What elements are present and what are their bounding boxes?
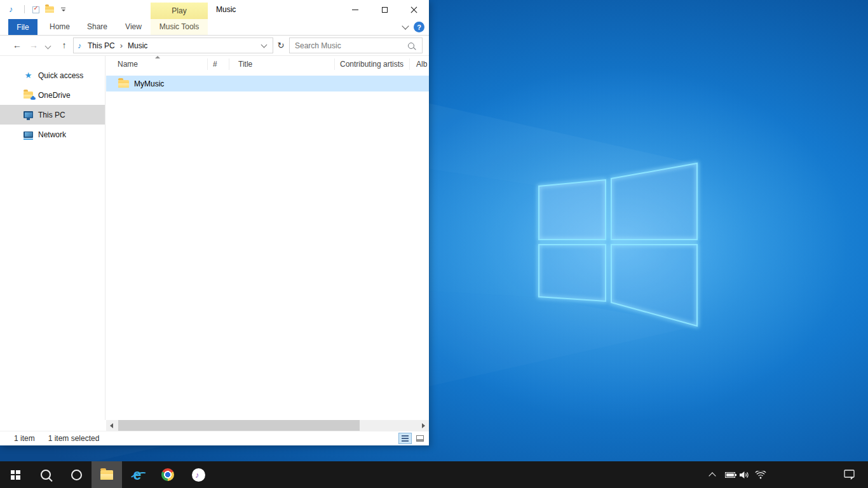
music-note-icon: ♪ <box>195 470 200 480</box>
window-title: Music <box>216 0 236 19</box>
status-bar: 1 item 1 item selected <box>0 431 429 445</box>
window-controls <box>341 0 428 19</box>
volume-tray-icon[interactable] <box>736 461 752 488</box>
sidebar-item-quick-access[interactable]: ★ Quick access <box>0 65 105 85</box>
search-icon <box>41 470 51 480</box>
show-hidden-icons-button[interactable] <box>704 461 721 488</box>
recent-locations-chevron-icon[interactable] <box>45 43 51 50</box>
minimize-button[interactable] <box>341 0 370 19</box>
screen: ♪ ✓ Play Music File Home Share V <box>0 0 868 488</box>
taskbar-chrome-button[interactable] <box>153 461 183 488</box>
this-pc-monitor-icon <box>24 111 33 118</box>
tab-file[interactable]: File <box>8 19 37 35</box>
cortana-circle-icon <box>71 470 82 480</box>
file-explorer-window: ♪ ✓ Play Music File Home Share V <box>0 0 429 445</box>
network-icon <box>24 132 33 138</box>
breadcrumb-chevron-icon[interactable]: › <box>117 41 126 50</box>
refresh-button[interactable]: ↻ <box>275 37 287 53</box>
maximize-button[interactable] <box>370 0 399 19</box>
properties-check-icon: ✓ <box>32 6 39 13</box>
taskbar-file-explorer-button[interactable] <box>92 461 122 488</box>
address-dropdown-chevron-icon[interactable] <box>261 41 268 48</box>
column-header-number[interactable]: # <box>208 58 229 70</box>
expand-ribbon-chevron-icon[interactable] <box>402 22 409 29</box>
minimize-icon <box>352 10 358 10</box>
windows-start-icon <box>11 470 20 480</box>
tab-share[interactable]: Share <box>79 19 116 35</box>
triangle-left-icon <box>110 423 113 428</box>
sidebar-item-label: Quick access <box>38 71 83 80</box>
breadcrumb-this-pc[interactable]: This PC <box>86 41 117 50</box>
taskbar-search-button[interactable] <box>31 461 61 488</box>
maximize-icon <box>382 7 388 13</box>
chevron-up-icon <box>709 472 715 479</box>
battery-icon <box>725 472 735 478</box>
start-button[interactable] <box>0 461 31 488</box>
file-rows: MyMusic <box>106 72 429 92</box>
breadcrumb-music[interactable]: Music <box>126 41 149 50</box>
qat-new-folder-button[interactable] <box>44 5 55 14</box>
speaker-icon <box>739 471 749 479</box>
sidebar-item-this-pc[interactable]: This PC <box>0 105 105 125</box>
scroll-right-button[interactable] <box>418 420 429 431</box>
navigation-pane: ★ Quick access OneDrive This PC Network <box>0 56 105 420</box>
close-button[interactable] <box>399 0 428 19</box>
qat-properties-button[interactable]: ✓ <box>31 5 41 14</box>
action-center-button[interactable] <box>836 461 863 488</box>
explorer-main: ★ Quick access OneDrive This PC Network <box>0 56 429 420</box>
column-header-album[interactable]: Alb <box>410 58 429 70</box>
quick-access-star-icon: ★ <box>25 71 32 79</box>
address-bar[interactable]: ♪ This PC › Music <box>73 37 273 53</box>
address-music-note-icon: ♪ <box>78 41 81 50</box>
triangle-right-icon <box>422 423 425 428</box>
taskbar: e ♪ <box>0 461 868 488</box>
contextual-tab-play[interactable]: Play <box>151 3 208 19</box>
search-icon <box>408 43 414 49</box>
search-input[interactable] <box>290 41 408 50</box>
search-box[interactable] <box>289 37 423 53</box>
action-center-icon <box>844 470 855 480</box>
tab-home[interactable]: Home <box>42 19 78 35</box>
cortana-button[interactable] <box>61 461 92 488</box>
back-button[interactable]: ← <box>10 36 24 55</box>
network-tray-icon[interactable] <box>752 461 769 488</box>
file-row-mymusic[interactable]: MyMusic <box>106 76 429 92</box>
internet-explorer-icon: e <box>133 468 142 482</box>
column-header-name[interactable]: Name <box>106 58 208 70</box>
folder-icon <box>118 80 129 88</box>
item-count: 1 item <box>14 434 35 443</box>
scrollbar-thumb[interactable] <box>118 420 360 431</box>
file-list-pane: Name # Title Contributing artists Alb My… <box>106 56 429 420</box>
file-name: MyMusic <box>134 79 164 88</box>
titlebar[interactable]: ♪ ✓ Play Music <box>0 0 429 19</box>
taskbar-itunes-button[interactable]: ♪ <box>183 461 214 488</box>
qat-customize-button[interactable] <box>58 6 69 15</box>
large-icons-view-button[interactable] <box>413 433 426 444</box>
taskbar-internet-explorer-button[interactable]: e <box>122 461 153 488</box>
onedrive-cloud-icon <box>31 97 36 100</box>
app-music-note-icon[interactable]: ♪ <box>9 5 13 13</box>
details-view-button[interactable] <box>398 433 412 444</box>
sidebar-item-network[interactable]: Network <box>0 125 105 144</box>
horizontal-scrollbar[interactable] <box>106 420 429 431</box>
contextual-group-music-tools[interactable]: Music Tools <box>151 19 208 35</box>
navigation-toolbar: ← → ↑ ♪ This PC › Music ↻ <box>0 36 429 56</box>
close-icon <box>410 6 417 13</box>
up-button[interactable]: ↑ <box>57 36 71 55</box>
tab-view[interactable]: View <box>117 19 150 35</box>
column-header-contributing-artists[interactable]: Contributing artists <box>335 58 410 70</box>
sidebar-item-onedrive[interactable]: OneDrive <box>0 85 105 105</box>
forward-button[interactable]: → <box>27 36 41 55</box>
ribbon-tab-row: File Home Share View Music Tools ? <box>0 19 429 36</box>
sort-ascending-icon <box>155 56 160 58</box>
scroll-left-button[interactable] <box>106 420 117 431</box>
folder-icon <box>45 6 54 13</box>
column-header-title[interactable]: Title <box>229 58 335 70</box>
wifi-icon <box>755 471 766 479</box>
itunes-icon: ♪ <box>192 468 205 482</box>
chevron-down-icon <box>61 8 66 13</box>
sidebar-item-label: Network <box>38 130 66 139</box>
titlebar-divider <box>24 5 25 13</box>
help-button[interactable]: ? <box>414 22 424 32</box>
sidebar-item-label: This PC <box>38 111 65 119</box>
